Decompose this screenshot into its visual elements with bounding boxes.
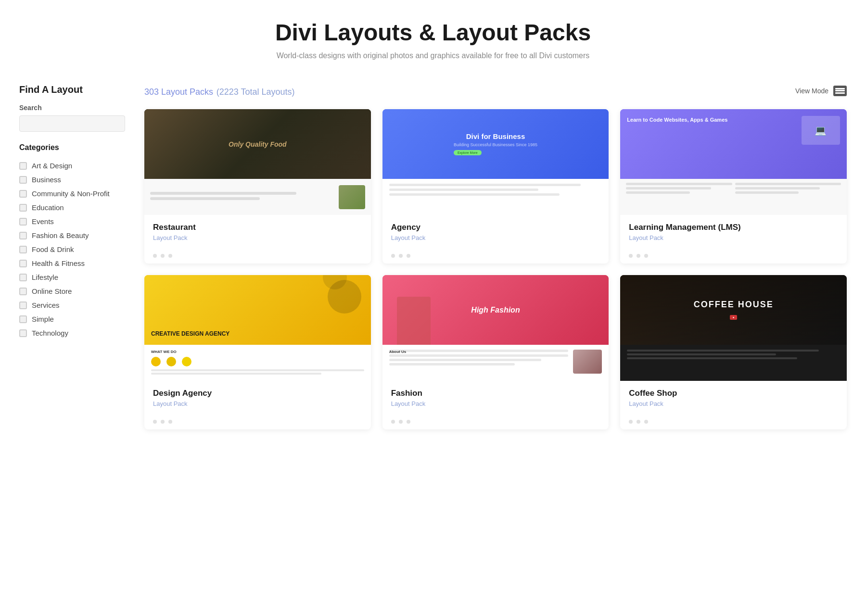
main-content: 303 Layout Packs (2223 Total Layouts) Vi… <box>144 84 847 429</box>
categories-list: Art & Design Business Community & Non-Pr… <box>19 159 125 340</box>
category-checkbox-services[interactable] <box>19 302 27 309</box>
category-item-online-store[interactable]: Online Store <box>19 284 125 298</box>
category-checkbox-education[interactable] <box>19 204 27 212</box>
card-hero-text-agency: Divi for Business <box>454 132 537 140</box>
category-checkbox-events[interactable] <box>19 218 27 226</box>
card-hero-text-coffee-shop: COFFEE HOUSE <box>694 300 774 310</box>
card-preview-fashion: High Fashion About Us <box>382 275 609 381</box>
view-mode-button[interactable] <box>833 86 847 96</box>
layout-card-coffee-shop[interactable]: COFFEE HOUSE ● Coffee Shop Layout Pack <box>620 275 847 429</box>
category-item-business[interactable]: Business <box>19 173 125 187</box>
search-label: Search <box>19 104 125 112</box>
category-label-lifestyle: Lifestyle <box>32 273 58 281</box>
card-title-design-agency: Design Agency <box>153 389 362 398</box>
category-label-simple: Simple <box>32 315 54 323</box>
card-dot-1 <box>391 420 395 424</box>
category-label-community: Community & Non-Profit <box>32 189 110 198</box>
category-label-health-fitness: Health & Fitness <box>32 259 85 267</box>
category-checkbox-technology[interactable] <box>19 329 27 337</box>
card-hero-text-restaurant: Only Quality Food <box>229 140 287 148</box>
category-item-lifestyle[interactable]: Lifestyle <box>19 270 125 284</box>
category-checkbox-online-store[interactable] <box>19 288 27 295</box>
category-checkbox-simple[interactable] <box>19 315 27 323</box>
category-item-fashion-beauty[interactable]: Fashion & Beauty <box>19 228 125 242</box>
card-dot-3 <box>168 420 172 424</box>
category-checkbox-health-fitness[interactable] <box>19 260 27 267</box>
card-dot-2 <box>637 254 640 258</box>
card-info-restaurant: Restaurant Layout Pack <box>144 215 371 250</box>
category-item-simple[interactable]: Simple <box>19 312 125 326</box>
page-header: Divi Layouts & Layout Packs World-class … <box>0 0 866 70</box>
card-dot-1 <box>153 254 157 258</box>
category-checkbox-business[interactable] <box>19 176 27 184</box>
category-item-community[interactable]: Community & Non-Profit <box>19 187 125 201</box>
category-checkbox-food-drink[interactable] <box>19 246 27 253</box>
category-label-services: Services <box>32 301 60 309</box>
card-dot-2 <box>399 254 403 258</box>
category-label-online-store: Online Store <box>32 287 72 295</box>
card-preview-design-agency: CREATIVE DESIGN AGENCY WHAT WE DO <box>144 275 371 381</box>
layout-card-agency[interactable]: Divi for Business Building Successful Bu… <box>382 109 609 264</box>
card-type-agency: Layout Pack <box>391 234 600 241</box>
card-info-lms: Learning Management (LMS) Layout Pack <box>620 215 847 250</box>
card-preview-coffee-shop: COFFEE HOUSE ● <box>620 275 847 381</box>
category-label-education: Education <box>32 203 64 212</box>
card-dot-3 <box>644 420 648 424</box>
card-info-design-agency: Design Agency Layout Pack <box>144 381 371 416</box>
layout-grid: Only Quality Food Restaurant Layout Pack <box>144 109 847 429</box>
card-info-agency: Agency Layout Pack <box>382 215 609 250</box>
card-preview-lms: Learn to Code Websites, Apps & Games 💻 <box>620 109 847 215</box>
category-label-technology: Technology <box>32 329 68 337</box>
card-preview-restaurant: Only Quality Food <box>144 109 371 215</box>
card-footer-restaurant <box>144 250 371 264</box>
card-type-lms: Layout Pack <box>629 234 838 241</box>
card-footer-fashion <box>382 416 609 429</box>
layout-card-fashion[interactable]: High Fashion About Us Fashion Layout Pac… <box>382 275 609 429</box>
card-dot-3 <box>407 254 410 258</box>
card-footer-lms <box>620 250 847 264</box>
category-item-art-design[interactable]: Art & Design <box>19 159 125 173</box>
card-dot-3 <box>407 420 410 424</box>
category-checkbox-art-design[interactable] <box>19 162 27 170</box>
page-subtitle: World-class designs with original photos… <box>10 51 856 60</box>
category-label-art-design: Art & Design <box>32 162 72 170</box>
category-checkbox-community[interactable] <box>19 190 27 198</box>
card-title-coffee-shop: Coffee Shop <box>629 389 838 398</box>
card-info-fashion: Fashion Layout Pack <box>382 381 609 416</box>
card-footer-design-agency <box>144 416 371 429</box>
card-dot-2 <box>637 420 640 424</box>
category-item-health-fitness[interactable]: Health & Fitness <box>19 256 125 270</box>
category-item-technology[interactable]: Technology <box>19 326 125 340</box>
category-item-education[interactable]: Education <box>19 201 125 214</box>
card-hero-text-fashion: High Fashion <box>471 306 520 314</box>
layout-count: 303 Layout Packs (2223 Total Layouts) <box>144 84 295 97</box>
card-hero-text-design-agency: CREATIVE DESIGN AGENCY <box>151 330 229 338</box>
main-layout: Find A Layout Search Categories Art & De… <box>0 70 866 444</box>
category-checkbox-fashion-beauty[interactable] <box>19 232 27 239</box>
page-title: Divi Layouts & Layout Packs <box>10 19 856 46</box>
category-item-food-drink[interactable]: Food & Drink <box>19 242 125 256</box>
card-title-agency: Agency <box>391 223 600 232</box>
category-label-fashion-beauty: Fashion & Beauty <box>32 231 89 239</box>
category-checkbox-lifestyle[interactable] <box>19 274 27 281</box>
category-label-business: Business <box>32 176 61 184</box>
search-input[interactable] <box>19 115 125 132</box>
card-dot-1 <box>629 254 633 258</box>
card-type-coffee-shop: Layout Pack <box>629 400 838 407</box>
layout-card-restaurant[interactable]: Only Quality Food Restaurant Layout Pack <box>144 109 371 264</box>
card-dot-1 <box>629 420 633 424</box>
layout-count-area: 303 Layout Packs (2223 Total Layouts) <box>144 84 295 98</box>
card-title-lms: Learning Management (LMS) <box>629 223 838 232</box>
card-dot-1 <box>153 420 157 424</box>
category-item-services[interactable]: Services <box>19 298 125 312</box>
category-item-events[interactable]: Events <box>19 214 125 228</box>
card-type-fashion: Layout Pack <box>391 400 600 407</box>
card-dot-1 <box>391 254 395 258</box>
layout-card-lms[interactable]: Learn to Code Websites, Apps & Games 💻 L… <box>620 109 847 264</box>
card-info-coffee-shop: Coffee Shop Layout Pack <box>620 381 847 416</box>
card-hero-text-lms: Learn to Code Websites, Apps & Games <box>627 116 727 124</box>
categories-title: Categories <box>19 143 125 152</box>
layout-card-design-agency[interactable]: CREATIVE DESIGN AGENCY WHAT WE DO De <box>144 275 371 429</box>
card-dot-2 <box>399 420 403 424</box>
sidebar: Find A Layout Search Categories Art & De… <box>19 84 125 429</box>
